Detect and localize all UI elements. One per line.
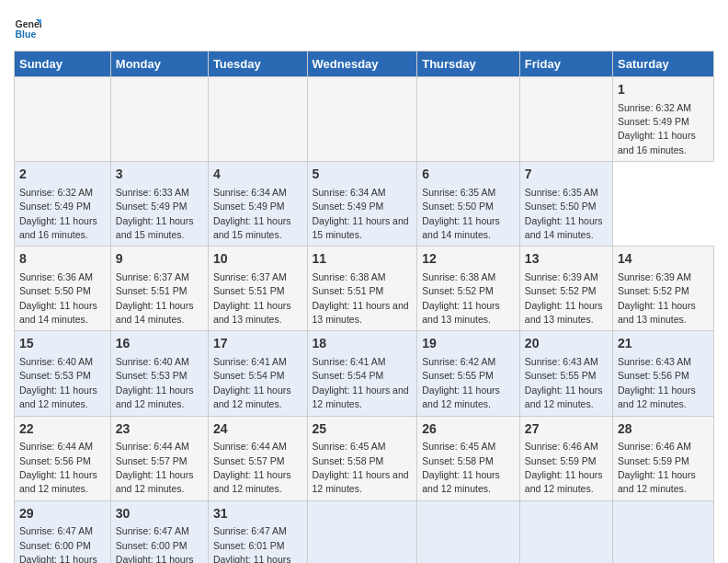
calendar-day-cell: 13Sunrise: 6:39 AMSunset: 5:52 PMDayligh…: [519, 247, 612, 331]
day-info: Sunrise: 6:38 AMSunset: 5:51 PMDaylight:…: [313, 271, 409, 325]
calendar-day-cell: 7Sunrise: 6:35 AMSunset: 5:50 PMDaylight…: [519, 162, 612, 247]
weekday-header-tuesday: Tuesday: [208, 52, 307, 77]
weekday-header-saturday: Saturday: [613, 52, 714, 77]
day-number: 21: [618, 335, 709, 353]
calendar-day-cell: 30Sunrise: 6:47 AMSunset: 6:00 PMDayligh…: [110, 500, 208, 563]
day-number: 9: [116, 250, 203, 269]
day-number: 14: [618, 250, 709, 269]
day-number: 11: [313, 250, 413, 269]
day-info: Sunrise: 6:45 AMSunset: 5:58 PMDaylight:…: [313, 441, 409, 494]
day-number: 12: [422, 250, 515, 269]
day-number: 18: [313, 335, 413, 353]
day-info: Sunrise: 6:32 AMSunset: 5:49 PMDaylight:…: [19, 187, 97, 240]
day-number: 22: [19, 420, 106, 439]
day-number: 10: [213, 250, 302, 269]
day-info: Sunrise: 6:47 AMSunset: 6:00 PMDaylight:…: [116, 525, 194, 563]
calendar-week-row: 29Sunrise: 6:47 AMSunset: 6:00 PMDayligh…: [15, 500, 714, 563]
day-number: 4: [213, 166, 302, 184]
empty-cell: [307, 77, 417, 162]
day-number: 29: [19, 505, 106, 523]
day-number: 7: [525, 166, 608, 184]
day-info: Sunrise: 6:36 AMSunset: 5:50 PMDaylight:…: [19, 271, 97, 325]
day-number: 17: [213, 335, 302, 353]
calendar-day-cell: 22Sunrise: 6:44 AMSunset: 5:56 PMDayligh…: [15, 416, 111, 500]
day-number: 26: [422, 420, 515, 439]
svg-text:Blue: Blue: [16, 29, 37, 40]
day-info: Sunrise: 6:44 AMSunset: 5:57 PMDaylight:…: [213, 441, 291, 494]
day-info: Sunrise: 6:39 AMSunset: 5:52 PMDaylight:…: [525, 271, 603, 325]
day-info: Sunrise: 6:43 AMSunset: 5:55 PMDaylight:…: [525, 356, 603, 409]
calendar-day-cell: 11Sunrise: 6:38 AMSunset: 5:51 PMDayligh…: [307, 247, 417, 331]
calendar-day-cell: 18Sunrise: 6:41 AMSunset: 5:54 PMDayligh…: [307, 331, 417, 416]
calendar-day-cell: 28Sunrise: 6:46 AMSunset: 5:59 PMDayligh…: [613, 416, 714, 500]
calendar-week-row: 1Sunrise: 6:32 AMSunset: 5:49 PMDaylight…: [15, 77, 714, 162]
header: General Blue: [14, 14, 714, 41]
empty-cell: [307, 500, 417, 563]
empty-cell: [208, 77, 307, 162]
day-info: Sunrise: 6:47 AMSunset: 6:01 PMDaylight:…: [213, 525, 291, 563]
day-number: 2: [19, 166, 106, 184]
calendar-day-cell: 20Sunrise: 6:43 AMSunset: 5:55 PMDayligh…: [519, 331, 612, 416]
day-info: Sunrise: 6:46 AMSunset: 5:59 PMDaylight:…: [525, 441, 603, 494]
calendar-week-row: 22Sunrise: 6:44 AMSunset: 5:56 PMDayligh…: [15, 416, 714, 500]
calendar-day-cell: 21Sunrise: 6:43 AMSunset: 5:56 PMDayligh…: [613, 331, 714, 416]
weekday-header-sunday: Sunday: [15, 52, 111, 77]
day-number: 28: [618, 420, 709, 439]
day-info: Sunrise: 6:40 AMSunset: 5:53 PMDaylight:…: [116, 356, 194, 409]
day-number: 15: [19, 335, 106, 353]
day-number: 8: [19, 250, 106, 269]
day-info: Sunrise: 6:37 AMSunset: 5:51 PMDaylight:…: [213, 271, 291, 325]
calendar-day-cell: 3Sunrise: 6:33 AMSunset: 5:49 PMDaylight…: [110, 162, 208, 247]
logo-icon: General Blue: [14, 14, 41, 41]
weekday-header-row: SundayMondayTuesdayWednesdayThursdayFrid…: [15, 52, 714, 77]
day-info: Sunrise: 6:42 AMSunset: 5:55 PMDaylight:…: [422, 356, 500, 409]
calendar-day-cell: 23Sunrise: 6:44 AMSunset: 5:57 PMDayligh…: [110, 416, 208, 500]
day-number: 6: [422, 166, 515, 184]
calendar-day-cell: 5Sunrise: 6:34 AMSunset: 5:49 PMDaylight…: [307, 162, 417, 247]
day-number: 23: [116, 420, 203, 439]
calendar-day-cell: 9Sunrise: 6:37 AMSunset: 5:51 PMDaylight…: [110, 247, 208, 331]
empty-cell: [110, 77, 208, 162]
day-number: 30: [116, 505, 203, 523]
empty-cell: [613, 500, 714, 563]
day-info: Sunrise: 6:33 AMSunset: 5:49 PMDaylight:…: [116, 187, 194, 240]
calendar-day-cell: 16Sunrise: 6:40 AMSunset: 5:53 PMDayligh…: [110, 331, 208, 416]
calendar-day-cell: 25Sunrise: 6:45 AMSunset: 5:58 PMDayligh…: [307, 416, 417, 500]
calendar-day-cell: 26Sunrise: 6:45 AMSunset: 5:58 PMDayligh…: [417, 416, 520, 500]
day-info: Sunrise: 6:46 AMSunset: 5:59 PMDaylight:…: [618, 441, 696, 494]
day-number: 20: [525, 335, 608, 353]
empty-cell: [417, 500, 520, 563]
day-info: Sunrise: 6:41 AMSunset: 5:54 PMDaylight:…: [313, 356, 409, 409]
day-info: Sunrise: 6:43 AMSunset: 5:56 PMDaylight:…: [618, 356, 696, 409]
day-number: 24: [213, 420, 302, 439]
calendar-day-cell: 31Sunrise: 6:47 AMSunset: 6:01 PMDayligh…: [208, 500, 307, 563]
day-info: Sunrise: 6:32 AMSunset: 5:49 PMDaylight:…: [618, 102, 696, 155]
day-number: 5: [313, 166, 413, 184]
calendar-day-cell: 19Sunrise: 6:42 AMSunset: 5:55 PMDayligh…: [417, 331, 520, 416]
day-info: Sunrise: 6:39 AMSunset: 5:52 PMDaylight:…: [618, 271, 696, 325]
calendar-week-row: 2Sunrise: 6:32 AMSunset: 5:49 PMDaylight…: [15, 162, 714, 247]
calendar-day-cell: 8Sunrise: 6:36 AMSunset: 5:50 PMDaylight…: [15, 247, 111, 331]
day-info: Sunrise: 6:34 AMSunset: 5:49 PMDaylight:…: [213, 187, 291, 240]
calendar-day-cell: 29Sunrise: 6:47 AMSunset: 6:00 PMDayligh…: [15, 500, 111, 563]
weekday-header-wednesday: Wednesday: [307, 52, 417, 77]
day-info: Sunrise: 6:47 AMSunset: 6:00 PMDaylight:…: [19, 525, 97, 563]
calendar-day-cell: 27Sunrise: 6:46 AMSunset: 5:59 PMDayligh…: [519, 416, 612, 500]
day-info: Sunrise: 6:45 AMSunset: 5:58 PMDaylight:…: [422, 441, 500, 494]
calendar-week-row: 15Sunrise: 6:40 AMSunset: 5:53 PMDayligh…: [15, 331, 714, 416]
weekday-header-friday: Friday: [519, 52, 612, 77]
day-info: Sunrise: 6:44 AMSunset: 5:57 PMDaylight:…: [116, 441, 194, 494]
day-number: 27: [525, 420, 608, 439]
empty-cell: [15, 77, 111, 162]
day-number: 13: [525, 250, 608, 269]
day-info: Sunrise: 6:35 AMSunset: 5:50 PMDaylight:…: [422, 187, 500, 240]
empty-cell: [519, 77, 612, 162]
calendar-day-cell: 1Sunrise: 6:32 AMSunset: 5:49 PMDaylight…: [613, 77, 714, 162]
logo: General Blue: [14, 14, 41, 41]
weekday-header-thursday: Thursday: [417, 52, 520, 77]
calendar-day-cell: 24Sunrise: 6:44 AMSunset: 5:57 PMDayligh…: [208, 416, 307, 500]
day-number: 31: [213, 505, 302, 523]
calendar-day-cell: 12Sunrise: 6:38 AMSunset: 5:52 PMDayligh…: [417, 247, 520, 331]
day-info: Sunrise: 6:37 AMSunset: 5:51 PMDaylight:…: [116, 271, 194, 325]
calendar-day-cell: 6Sunrise: 6:35 AMSunset: 5:50 PMDaylight…: [417, 162, 520, 247]
